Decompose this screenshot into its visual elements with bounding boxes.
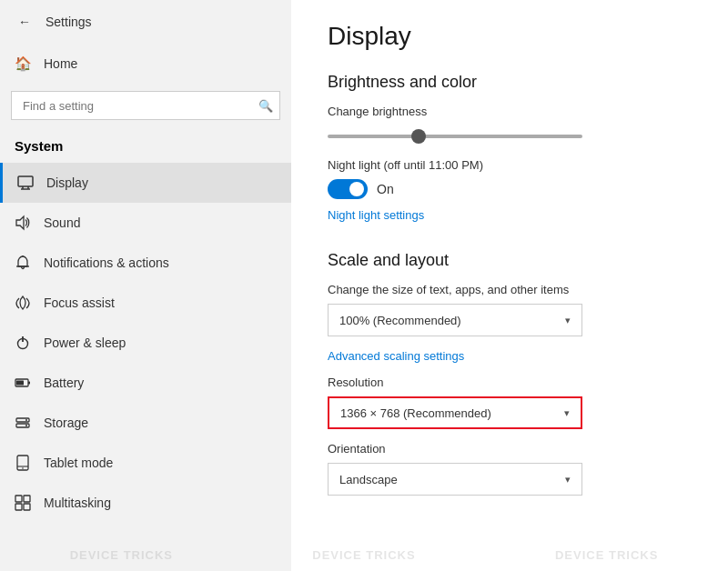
svg-marker-4 [16,216,24,229]
power-label: Power & sleep [44,336,126,350]
sidebar-item-display[interactable]: Display [0,163,291,203]
power-icon [15,335,31,351]
svg-rect-10 [28,382,30,385]
sidebar-item-battery[interactable]: Battery [0,363,291,403]
night-light-label: Night light (off until 11:00 PM) [328,158,692,172]
brightness-slider[interactable] [328,135,582,138]
scale-section-title: Scale and layout [328,251,692,270]
focus-icon [15,295,31,311]
sidebar-title: Settings [46,15,92,29]
scale-selected: 100% (Recommended) [339,314,461,327]
search-icon: 🔍 [258,99,273,113]
sound-icon [15,215,31,231]
display-icon [17,175,34,191]
toggle-row: On [328,179,692,199]
orientation-dropdown-container: Landscape ▾ [328,463,692,496]
svg-rect-21 [15,504,22,510]
search-box: 🔍 [11,91,280,120]
tablet-label: Tablet mode [44,456,113,470]
notifications-icon [15,255,31,271]
night-light-toggle[interactable] [328,179,368,199]
night-light-row: Night light (off until 11:00 PM) On [328,158,692,199]
svg-rect-22 [24,504,30,510]
focus-label: Focus assist [44,296,115,310]
svg-point-14 [25,419,27,421]
svg-rect-19 [15,496,22,502]
toggle-thumb [349,182,364,196]
sidebar-item-storage[interactable]: Storage [0,403,291,443]
brightness-section-title: Brightness and color [328,73,692,92]
scale-label: Change the size of text, apps, and other… [328,283,692,296]
orientation-chevron-icon: ▾ [565,474,571,486]
storage-icon [15,415,31,431]
scale-dropdown[interactable]: 100% (Recommended) ▾ [328,304,582,336]
sidebar-item-tablet[interactable]: Tablet mode [0,443,291,483]
resolution-selected: 1366 × 768 (Recommended) [340,406,491,420]
orientation-dropdown[interactable]: Landscape ▾ [328,463,582,496]
svg-rect-11 [16,381,24,386]
sidebar-item-notifications[interactable]: Notifications & actions [0,243,291,283]
brightness-slider-container [328,125,692,142]
brightness-label: Change brightness [328,105,692,118]
svg-point-15 [25,425,27,426]
night-light-settings-link[interactable]: Night light settings [328,208,424,222]
toggle-on-text: On [377,182,394,196]
battery-label: Battery [44,376,84,390]
system-label: System [0,131,291,161]
resolution-dropdown-container: 1366 × 768 (Recommended) ▾ [328,396,692,429]
sidebar-header: ← Settings [0,0,291,44]
notifications-label: Notifications & actions [44,255,169,270]
tablet-icon [15,455,31,471]
back-button[interactable]: ← [15,11,35,33]
page-title: Display [328,22,692,51]
sound-label: Sound [44,215,80,230]
storage-label: Storage [44,416,88,430]
resolution-chevron-icon: ▾ [564,407,570,419]
battery-icon [15,375,31,391]
display-label: Display [46,175,88,190]
resolution-dropdown[interactable]: 1366 × 768 (Recommended) ▾ [328,396,582,429]
home-icon: 🏠 [15,55,31,72]
sidebar-item-multitasking[interactable]: Multitasking [0,483,291,523]
svg-rect-20 [24,496,30,502]
sidebar-item-focus[interactable]: Focus assist [0,283,291,323]
sidebar-item-sound[interactable]: Sound [0,203,291,243]
scale-chevron-icon: ▾ [565,315,571,326]
sidebar-item-power[interactable]: Power & sleep [0,323,291,363]
scaling-link[interactable]: Advanced scaling settings [328,349,464,363]
multitasking-label: Multitasking [44,496,111,510]
multitasking-icon [15,495,31,511]
orientation-selected: Landscape [339,473,398,486]
scale-dropdown-container: 100% (Recommended) ▾ [328,304,692,336]
svg-rect-0 [18,176,33,186]
main-content: Display Brightness and color Change brig… [291,0,728,571]
sidebar-item-home[interactable]: 🏠 Home [0,44,291,84]
orientation-label: Orientation [328,442,692,456]
home-label: Home [44,56,77,71]
svg-point-18 [22,467,24,469]
resolution-label: Resolution [328,376,692,389]
sidebar: ← Settings 🏠 Home 🔍 System Display [0,0,291,571]
search-input[interactable] [11,91,280,120]
